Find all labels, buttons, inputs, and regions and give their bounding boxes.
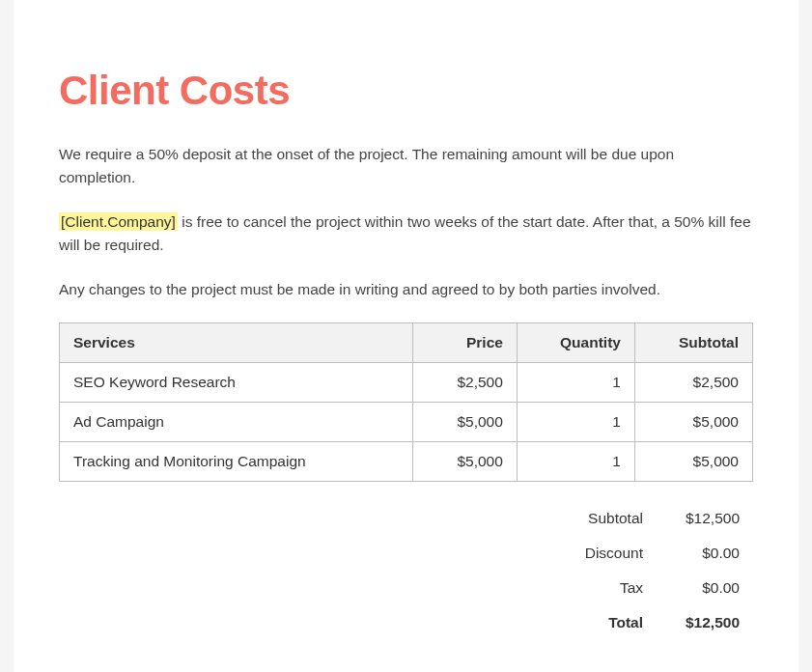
table-row: SEO Keyword Research $2,500 1 $2,500 — [60, 363, 753, 403]
paragraph-changes: Any changes to the project must be made … — [59, 278, 753, 301]
header-services: Services — [60, 323, 413, 363]
total-row: Total $12,500 — [59, 605, 753, 640]
client-company-placeholder: [Client.Company] — [59, 212, 178, 231]
tax-value: $0.00 — [672, 579, 740, 597]
paragraph-deposit: We require a 50% deposit at the onset of… — [59, 143, 753, 189]
table-row: Ad Campaign $5,000 1 $5,000 — [60, 403, 753, 442]
subtotal-row: Subtotal $12,500 — [59, 501, 753, 536]
discount-label: Discount — [585, 545, 643, 562]
discount-value: $0.00 — [672, 545, 740, 562]
cell-subtotal: $5,000 — [634, 403, 752, 442]
cell-price: $5,000 — [413, 403, 518, 442]
subtotal-label: Subtotal — [588, 510, 643, 527]
cell-service: SEO Keyword Research — [60, 363, 413, 403]
cell-quantity: 1 — [517, 403, 634, 442]
cell-price: $2,500 — [413, 363, 518, 403]
page-title: Client Costs — [59, 68, 753, 114]
cell-service: Ad Campaign — [60, 403, 413, 442]
cell-subtotal: $5,000 — [634, 442, 752, 482]
cell-quantity: 1 — [517, 363, 634, 403]
tax-row: Tax $0.00 — [59, 571, 753, 605]
table-header-row: Services Price Quantity Subtotal — [60, 323, 753, 363]
tax-label: Tax — [620, 579, 643, 597]
cell-price: $5,000 — [413, 442, 518, 482]
header-subtotal: Subtotal — [634, 323, 752, 363]
total-label: Total — [608, 614, 643, 631]
document-page: Client Costs We require a 50% deposit at… — [14, 0, 798, 672]
totals-block: Subtotal $12,500 Discount $0.00 Tax $0.0… — [59, 501, 753, 640]
cell-service: Tracking and Monitoring Campaign — [60, 442, 413, 482]
cell-quantity: 1 — [517, 442, 634, 482]
discount-row: Discount $0.00 — [59, 536, 753, 571]
table-row: Tracking and Monitoring Campaign $5,000 … — [60, 442, 753, 482]
costs-table: Services Price Quantity Subtotal SEO Key… — [59, 322, 753, 482]
header-quantity: Quantity — [517, 323, 634, 363]
paragraph-cancel: [Client.Company] is free to cancel the p… — [59, 210, 753, 257]
total-value: $12,500 — [672, 614, 740, 631]
subtotal-value: $12,500 — [672, 510, 740, 527]
cell-subtotal: $2,500 — [634, 363, 752, 403]
header-price: Price — [413, 323, 518, 363]
